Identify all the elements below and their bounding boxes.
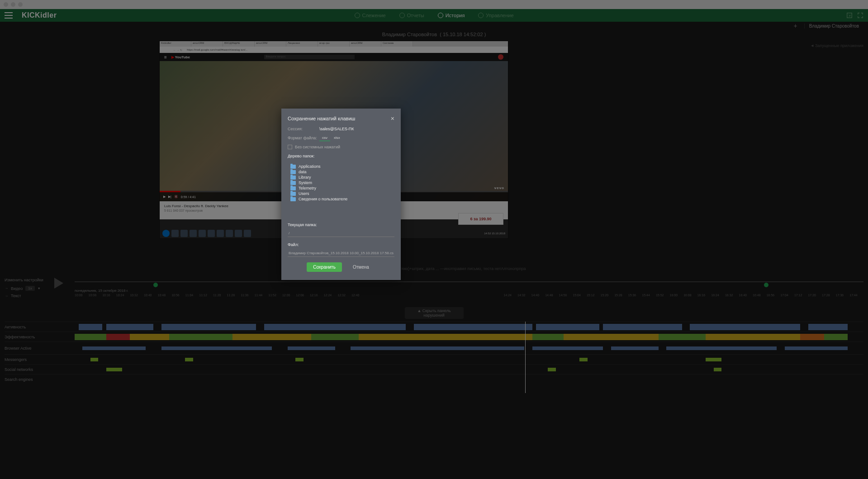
folder-item[interactable]: Applications xyxy=(288,164,394,169)
current-folder-label: Текущая папка: xyxy=(288,223,394,227)
folder-name: data xyxy=(299,170,307,174)
folder-icon xyxy=(290,197,296,201)
modal-overlay[interactable] xyxy=(0,0,868,479)
folder-name: System xyxy=(299,180,312,185)
file-label: Файл: xyxy=(288,242,394,247)
format-csv[interactable]: csv xyxy=(319,135,330,141)
dialog-body: Сессия: \sales@SALES-ПК Формат файла: cs… xyxy=(281,127,401,280)
format-row: Формат файла: csv xlsx xyxy=(288,135,394,141)
folder-item[interactable]: Сведения о пользователе xyxy=(288,196,394,202)
folder-name: Applications xyxy=(299,164,321,169)
folder-tree: ApplicationsdataLibrarySystemTelemetryUs… xyxy=(288,162,394,216)
folder-icon xyxy=(290,186,296,190)
no-system-keys-checkbox[interactable] xyxy=(288,145,292,149)
folder-item[interactable]: Library xyxy=(288,175,394,180)
checkbox-row: Без системных нажатий xyxy=(288,145,394,149)
save-keystrokes-dialog: Сохранение нажатий клавиш × Сессия: \sal… xyxy=(281,109,401,280)
session-row: Сессия: \sales@SALES-ПК xyxy=(288,127,394,131)
folder-item[interactable]: data xyxy=(288,169,394,175)
format-xlsx[interactable]: xlsx xyxy=(331,135,343,141)
folder-name: Library xyxy=(299,175,311,180)
close-icon[interactable]: × xyxy=(391,115,394,122)
dialog-actions: Сохранить Отмена xyxy=(288,262,394,274)
folder-icon xyxy=(290,170,296,174)
folder-icon xyxy=(290,175,296,180)
folder-name: Users xyxy=(299,191,309,196)
tree-label: Дерево папок: xyxy=(288,154,394,158)
current-folder-input[interactable] xyxy=(288,230,394,237)
folder-item[interactable]: Users xyxy=(288,191,394,196)
save-button[interactable]: Сохранить xyxy=(307,262,342,272)
folder-icon xyxy=(290,192,296,196)
format-toggle: csv xlsx xyxy=(319,135,343,141)
file-input[interactable] xyxy=(288,250,394,257)
folder-name: Telemetry xyxy=(299,186,316,190)
folder-item[interactable]: System xyxy=(288,180,394,185)
folder-name: Сведения о пользователе xyxy=(299,197,347,201)
dialog-header: Сохранение нажатий клавиш × xyxy=(281,109,401,127)
folder-icon xyxy=(290,165,296,169)
folder-item[interactable]: Telemetry xyxy=(288,185,394,191)
dialog-title: Сохранение нажатий клавиш xyxy=(288,116,355,121)
cancel-button[interactable]: Отмена xyxy=(346,262,375,272)
folder-icon xyxy=(290,181,296,185)
